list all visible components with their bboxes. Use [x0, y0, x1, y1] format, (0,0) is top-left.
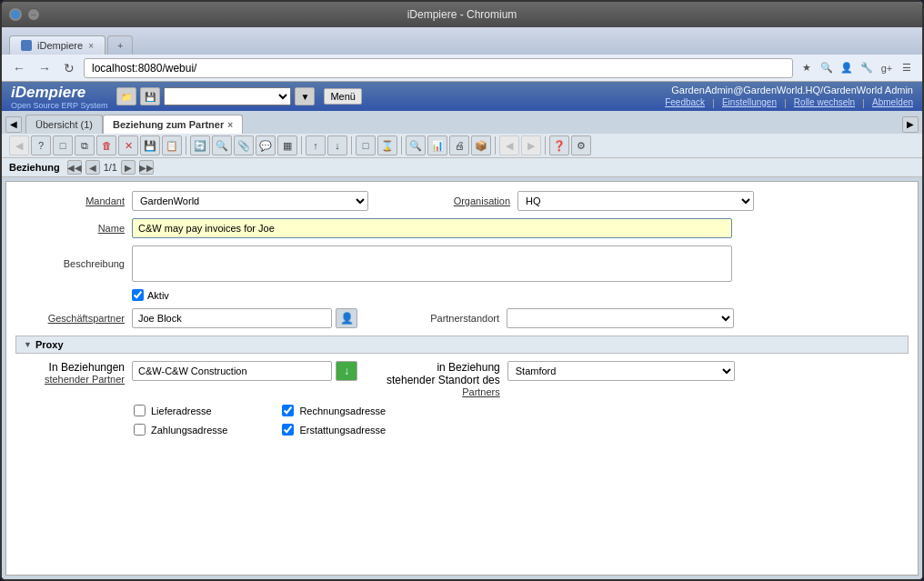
org-select[interactable]: HQ [517, 191, 754, 211]
find-btn[interactable]: 🔍 [212, 135, 232, 155]
form-row-proxy-partner: In Beziehungen stehender Partner ↓ in Be… [15, 361, 909, 397]
delete-btn[interactable]: 🗑 [96, 135, 116, 155]
history-btn[interactable]: ⌛ [377, 135, 397, 155]
erstattungsadresse-checkbox[interactable] [282, 424, 294, 436]
partnerstandort-select[interactable] [507, 308, 734, 328]
save2-btn[interactable]: 📋 [162, 135, 182, 155]
zahlungsadresse-checkbox[interactable] [134, 424, 146, 436]
right-panel-toggle[interactable]: ▶ [902, 116, 919, 133]
beschreibung-input[interactable] [132, 245, 732, 282]
form-row-beschreibung: Beschreibung [15, 245, 909, 282]
person-icon[interactable]: 👤 [839, 60, 855, 76]
toolbar: ◀ ? □ ⧉ 🗑 ✕ 💾 📋 🔄 🔍 📎 💬 ▦ ↑ ↓ □ ⌛ 🔍 📊 🖨 … [2, 134, 922, 158]
bookmark-star-icon[interactable]: ★ [798, 60, 815, 76]
attach-btn[interactable]: 📎 [234, 135, 254, 155]
proxy-partner-lookup-btn[interactable]: ↓ [336, 361, 357, 381]
nav-page: 1/1 [104, 162, 117, 173]
form-row-geschaeftspartner: Geschäftspartner 👤 Partnerstandort [15, 308, 909, 328]
report-btn[interactable]: 📊 [427, 135, 447, 155]
save-button[interactable]: 💾 [140, 87, 160, 105]
zoom-tool-btn[interactable]: 🔍 [406, 135, 426, 155]
extension-icon[interactable]: 🔧 [859, 60, 875, 76]
app-content: iDempiere Open Source ERP System 📁 💾 ▼ M… [2, 82, 922, 579]
beschreibung-label: Beschreibung [15, 258, 125, 269]
gplus-icon[interactable]: g+ [879, 60, 895, 76]
switch-role-link[interactable]: Rolle wechseln [794, 97, 855, 108]
down-btn[interactable]: ↓ [327, 135, 347, 155]
nav-prev-btn[interactable]: ◀ [85, 160, 100, 175]
proxy-header-label: Proxy [35, 339, 64, 350]
help2-btn[interactable]: ❓ [549, 135, 569, 155]
erstattungsadresse-label: Erstattungsadresse [299, 425, 386, 436]
address-input[interactable] [84, 58, 793, 78]
menu-button[interactable]: Menü [324, 88, 362, 105]
back-button[interactable]: ← [9, 59, 29, 77]
proxy-collapse-icon: ▼ [24, 340, 32, 349]
reload-button[interactable]: ↻ [60, 59, 78, 77]
refresh-btn[interactable]: 🔄 [190, 135, 210, 155]
org-label: Organisation [401, 195, 510, 206]
help-btn[interactable]: ? [31, 135, 51, 155]
tab-favicon [21, 40, 32, 51]
aktiv-label: Aktiv [147, 290, 169, 301]
print-btn[interactable]: 🖨 [449, 135, 469, 155]
proxy-standort-select[interactable]: Stamford [507, 361, 735, 381]
workspace-select[interactable] [164, 87, 291, 105]
aktiv-checkbox[interactable] [132, 289, 144, 301]
workspace-dropdown[interactable]: ▼ [295, 87, 315, 105]
geschaeftspartner-input[interactable] [132, 308, 332, 328]
forward-button[interactable]: → [35, 59, 55, 77]
browser-tab-idempiere[interactable]: iDempiere × [9, 35, 105, 55]
nav-first-btn[interactable]: ◀◀ [67, 160, 82, 175]
zahlungsadresse-item: Zahlungsadresse [134, 424, 227, 436]
back-tool-btn[interactable]: ◀ [9, 135, 29, 155]
feedback-link[interactable]: Feedback [665, 97, 705, 108]
grid-btn[interactable]: ▦ [277, 135, 297, 155]
name-input[interactable] [132, 218, 732, 238]
settings-tool-btn[interactable]: ⚙ [571, 135, 591, 155]
tab-relation-close[interactable]: × [227, 120, 233, 130]
archive-btn[interactable]: 📦 [471, 135, 491, 155]
form-row-name: Name [15, 218, 909, 238]
new-tab-button[interactable]: + [107, 35, 133, 55]
logout-link[interactable]: Abmelden [872, 97, 913, 108]
geschaeftspartner-lookup-btn[interactable]: 👤 [336, 308, 357, 328]
header-user-info: GardenAdmin@GardenWorld.HQ/GardenWorld A… [665, 85, 913, 108]
title-bar: – iDempiere - Chromium [2, 2, 922, 27]
undo-btn[interactable]: ✕ [118, 135, 138, 155]
browser-tab-label: iDempiere [37, 40, 83, 51]
save-tool-btn[interactable]: 💾 [140, 135, 160, 155]
new-btn[interactable]: □ [53, 135, 73, 155]
toolbar-sep4 [401, 136, 402, 155]
minimize-button[interactable]: – [27, 8, 40, 21]
settings-link[interactable]: Einstellungen [722, 97, 777, 108]
browser-icon [9, 8, 22, 21]
menu-icon[interactable]: ☰ [899, 60, 915, 76]
lieferadresse-checkbox[interactable] [134, 405, 146, 416]
toolbar-sep5 [495, 136, 496, 155]
proxy-section-header[interactable]: ▼ Proxy [15, 336, 909, 354]
tab-overview[interactable]: Übersicht (1) [25, 115, 103, 134]
rechnungsadresse-checkbox[interactable] [282, 405, 294, 416]
nav-last-btn[interactable]: ▶▶ [139, 160, 154, 175]
copy-btn[interactable]: ⧉ [75, 135, 95, 155]
up-btn[interactable]: ↑ [306, 135, 326, 155]
zoom-icon[interactable]: 🔍 [819, 60, 835, 76]
prev-tool-btn[interactable]: ◀ [499, 135, 519, 155]
folder-button[interactable]: 📁 [116, 87, 136, 105]
note-btn[interactable]: 💬 [256, 135, 276, 155]
tab-relation[interactable]: Beziehung zum Partner × [103, 115, 243, 134]
mandant-select[interactable]: GardenWorld [132, 191, 368, 211]
next-tool-btn[interactable]: ▶ [521, 135, 541, 155]
nav-next-btn[interactable]: ▶ [121, 160, 136, 175]
app-logo: iDempiere Open Source ERP System [11, 84, 107, 110]
proxy-partner-input[interactable] [132, 361, 332, 381]
zahlungsadresse-label: Zahlungsadresse [151, 425, 227, 436]
geschaeftspartner-label: Geschäftspartner [15, 313, 125, 324]
toolbar-sep3 [351, 136, 352, 155]
left-panel-toggle[interactable]: ◀ [5, 116, 22, 133]
browser-tab-close[interactable]: × [88, 41, 94, 51]
app-header: iDempiere Open Source ERP System 📁 💾 ▼ M… [2, 82, 922, 111]
detail-btn[interactable]: □ [356, 135, 376, 155]
address-bar-row: ← → ↻ ★ 🔍 👤 🔧 g+ ☰ [2, 55, 922, 82]
